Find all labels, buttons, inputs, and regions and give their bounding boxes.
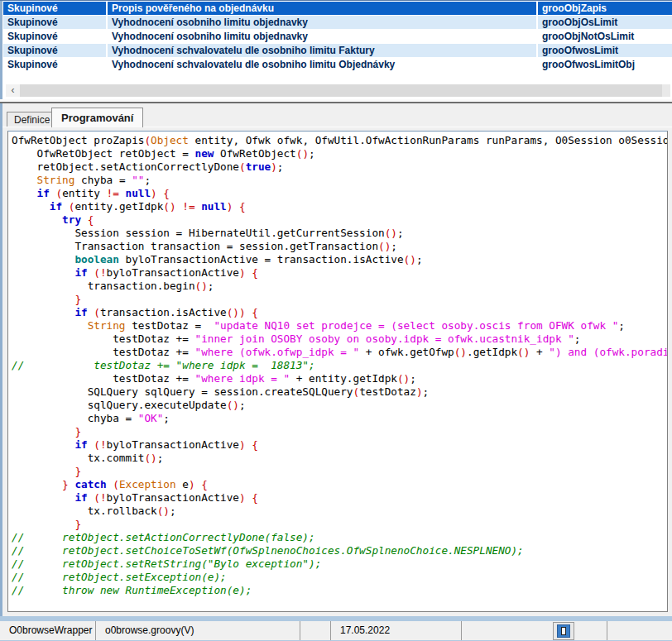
code-line: testDotaz += "where (ofwk.ofwp_idpk = " … <box>12 346 667 359</box>
code-line: boolean byloTransactionActive = transact… <box>12 253 667 266</box>
code-line: if (entity != null) { <box>12 187 667 200</box>
table-cell[interactable]: grooOfwosLimitObj <box>538 58 672 72</box>
table-row[interactable]: SkupinovéVyhodnocení osobniho limitu obj… <box>3 30 672 44</box>
code-line: try { <box>12 213 667 227</box>
table-cell[interactable]: grooOfwosLimit <box>538 44 672 58</box>
code-line: // retObject.setActionCorrectlyDone(fals… <box>12 531 667 544</box>
code-line: tx.rollback(); <box>12 505 667 518</box>
code-line: // testDotaz += "where idpk = 18813"; <box>12 359 667 372</box>
table-cell[interactable]: Skupinové <box>3 2 108 16</box>
code-line: // retObject.setRetString("Bylo exceptio… <box>12 557 667 571</box>
table-row[interactable]: SkupinovéVyhodnocení schvalovatelu dle o… <box>3 58 672 72</box>
code-line: String chyba = ""; <box>12 174 667 187</box>
statusbar: O0browseWrappero0browse.groovy(V)17.05.2… <box>0 621 672 640</box>
code-line: sqlQuery.executeUpdate(); <box>12 399 667 412</box>
code-line: if (!byloTransactionActive) { <box>12 491 667 505</box>
code-line: testDotaz += "where idpk = " + entity.ge… <box>12 372 667 385</box>
table-row[interactable]: SkupinovéPropis pověřeného na objednávku… <box>3 2 672 16</box>
code-line: if (!byloTransactionActive) { <box>12 438 667 452</box>
table-cell[interactable]: Vyhodnocení osobniho limitu objednavky <box>108 16 538 30</box>
code-line: Transaction transaction = session.getTra… <box>12 240 667 253</box>
code-line: } <box>12 425 667 438</box>
table-cell[interactable]: Propis pověřeného na objednávku <box>108 2 538 16</box>
code-line: chyba = "OK"; <box>12 412 667 425</box>
table-cell[interactable]: Skupinové <box>3 16 108 30</box>
tab-definice[interactable]: Definice <box>7 112 57 127</box>
statusbar-cell: o0browse.groovy(V) <box>96 621 300 640</box>
code-line: } <box>12 518 667 531</box>
code-editor[interactable]: OfwRetObject proZapis(Object entity, Ofw… <box>7 131 668 612</box>
code-line: // throw new RuntimeException(e); <box>12 584 667 597</box>
table-cell[interactable]: Vyhodnocení schvalovatelu dle osobniho l… <box>108 58 538 72</box>
scroll-left-arrow-icon[interactable]: ‹ <box>6 84 20 97</box>
code-line: if (transaction.isActive()) { <box>12 306 667 319</box>
code-line: transaction.begin(); <box>12 280 667 293</box>
statusbar-cell <box>300 621 331 640</box>
code-line: OfwRetObject proZapis(Object entity, Ofw… <box>12 134 667 147</box>
table-cell[interactable]: Skupinové <box>3 58 108 72</box>
code-line: } <box>12 465 667 478</box>
horizontal-scrollbar[interactable]: ‹ <box>6 84 670 97</box>
table-cell[interactable]: Skupinové <box>3 30 108 44</box>
code-line: tx.commit(); <box>12 452 667 465</box>
code-line: } <box>12 293 667 306</box>
statusbar-cell: O0browseWrapper <box>0 621 96 640</box>
code-line: // retObject.setException(e); <box>12 571 667 584</box>
scrollbar-thumb[interactable] <box>20 84 662 97</box>
code-line: String testDotaz = "update NQ10 set prod… <box>12 319 667 332</box>
table-row[interactable]: SkupinovéVyhodnocení schvalovatelu dle o… <box>3 44 672 58</box>
table-cell[interactable]: Vyhodnocení schvalovatelu dle osobniho l… <box>108 44 538 58</box>
table-cell[interactable]: grooObjZapis <box>538 2 672 16</box>
table-cell[interactable]: Vyhodnocení osobniho limitu objednavky <box>108 30 538 44</box>
table-cell[interactable]: grooObjOsLimit <box>538 16 672 30</box>
status-icon-button[interactable] <box>553 622 574 640</box>
table-row[interactable]: SkupinovéVyhodnocení osobniho limitu obj… <box>3 16 672 30</box>
code-line: OfwRetObject retObject = new OfwRetObjec… <box>12 147 667 160</box>
records-grid[interactable]: SkupinovéPropis pověřeného na objednávku… <box>3 2 672 72</box>
code-line: SQLQuery sqlQuery = session.createSQLQue… <box>12 385 667 399</box>
code-line: testDotaz += "inner join OSOBY osoby on … <box>12 332 667 346</box>
statusbar-cell <box>607 621 672 640</box>
table-cell[interactable]: Skupinové <box>3 44 108 58</box>
code-line: Session session = HibernateUtil.getCurre… <box>12 227 667 240</box>
code-line: retObject.setActionCorrectlyDone(true); <box>12 160 667 174</box>
code-line: // retObject.setChoiceToSetWf(OfwSplneno… <box>12 544 667 557</box>
statusbar-cell: 17.05.2022 <box>331 621 462 640</box>
code-text: OfwRetObject proZapis(Object entity, Ofw… <box>8 132 667 597</box>
tab-programovani[interactable]: Programování <box>51 108 143 127</box>
records-grid-panel: SkupinovéPropis pověřeného na objednávku… <box>2 1 672 99</box>
statusbar-cell <box>462 621 607 640</box>
table-cell[interactable]: grooObjNotOsLimit <box>538 30 672 44</box>
code-line: if (entity.getIdpk() != null) { <box>12 200 667 213</box>
blue-document-icon <box>557 624 570 638</box>
code-line: } catch (Exception e) { <box>12 478 667 491</box>
detail-panel: Definice Programování OfwRetObject proZa… <box>2 103 672 616</box>
code-line: if (!byloTransactionActive) { <box>12 266 667 280</box>
